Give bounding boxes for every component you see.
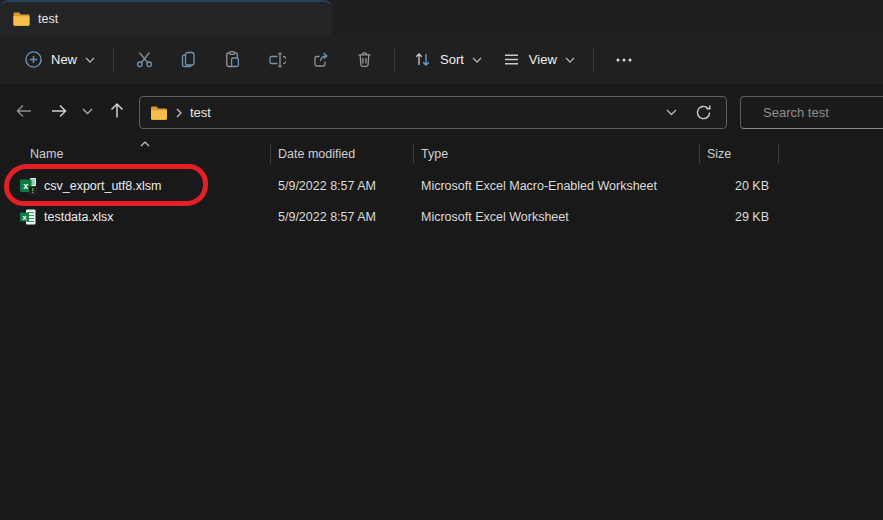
copy-icon: [179, 50, 198, 69]
forward-button[interactable]: [43, 95, 75, 127]
file-date-modified: 5/9/2022 8:57 AM: [278, 179, 376, 193]
plus-circle-icon: [24, 50, 43, 69]
up-button[interactable]: [101, 95, 133, 127]
file-row-csv-export[interactable]: x ! csv_export_utf8.xlsm 5/9/2022 8:57 A…: [0, 170, 883, 201]
view-button[interactable]: View: [492, 42, 585, 78]
column-header-row: Name Date modified Type Size: [0, 140, 883, 168]
explorer-tab[interactable]: test: [0, 0, 332, 35]
copy-button[interactable]: [166, 42, 210, 78]
column-header-name[interactable]: Name: [30, 147, 63, 161]
share-icon: [311, 50, 330, 69]
address-dropdown-chevron-icon[interactable]: [666, 109, 677, 116]
svg-text:x: x: [23, 181, 28, 191]
column-header-size[interactable]: Size: [707, 147, 731, 161]
excel-macro-enabled-workbook-icon: x !: [19, 177, 37, 195]
file-name[interactable]: csv_export_utf8.xlsm: [44, 179, 161, 193]
file-size: 20 KB: [699, 179, 769, 193]
sort-button-label: Sort: [440, 52, 464, 67]
sort-ascending-icon: [140, 141, 150, 147]
ellipsis-icon: [614, 50, 634, 69]
view-button-label: View: [529, 52, 557, 67]
folder-icon: [150, 106, 168, 120]
trash-icon: [355, 50, 374, 69]
column-divider[interactable]: [413, 144, 414, 164]
column-divider[interactable]: [699, 144, 700, 164]
chevron-down-icon: [85, 57, 95, 63]
paste-button[interactable]: [210, 42, 254, 78]
breadcrumb-chevron-icon: [176, 108, 182, 118]
toolbar-divider: [394, 48, 395, 72]
up-arrow-icon: [107, 101, 127, 121]
column-header-date-modified[interactable]: Date modified: [278, 147, 355, 161]
new-button[interactable]: New: [14, 42, 105, 78]
view-icon: [502, 50, 521, 69]
tab-title: test: [38, 12, 58, 26]
sort-button[interactable]: Sort: [403, 42, 492, 78]
column-divider[interactable]: [270, 144, 271, 164]
new-button-label: New: [51, 52, 77, 67]
titlebar: test: [0, 0, 883, 35]
breadcrumb-folder[interactable]: test: [190, 105, 211, 120]
refresh-icon[interactable]: [695, 104, 712, 121]
toolbar-divider: [593, 48, 594, 72]
search-input[interactable]: [763, 105, 883, 120]
navigation-bar: test: [0, 84, 883, 140]
file-date-modified: 5/9/2022 8:57 AM: [278, 210, 376, 224]
column-header-type[interactable]: Type: [421, 147, 448, 161]
chevron-down-icon: [82, 108, 93, 115]
delete-button[interactable]: [342, 42, 386, 78]
paste-icon: [223, 50, 242, 69]
cut-button[interactable]: [122, 42, 166, 78]
command-toolbar: New: [0, 35, 883, 84]
back-button[interactable]: [8, 95, 40, 127]
svg-text:!: !: [31, 185, 33, 194]
chevron-down-icon: [472, 57, 482, 63]
folder-icon: [13, 12, 30, 26]
recent-locations-button[interactable]: [75, 95, 99, 127]
more-options-button[interactable]: [602, 42, 646, 78]
file-row-testdata[interactable]: x testdata.xlsx 5/9/2022 8:57 AM Microso…: [0, 201, 883, 232]
rename-icon: [267, 50, 286, 69]
file-name[interactable]: testdata.xlsx: [44, 210, 113, 224]
file-list: x ! csv_export_utf8.xlsm 5/9/2022 8:57 A…: [0, 170, 883, 232]
svg-text:x: x: [22, 212, 27, 221]
cut-icon: [135, 50, 154, 69]
chevron-down-icon: [565, 57, 575, 63]
search-box[interactable]: [740, 96, 883, 129]
column-divider[interactable]: [778, 144, 779, 164]
excel-workbook-icon: x: [19, 208, 37, 226]
file-size: 29 KB: [699, 210, 769, 224]
forward-arrow-icon: [49, 101, 69, 121]
file-type: Microsoft Excel Worksheet: [421, 210, 569, 224]
sort-icon: [413, 50, 432, 69]
address-bar[interactable]: test: [139, 96, 727, 129]
file-type: Microsoft Excel Macro-Enabled Worksheet: [421, 179, 657, 193]
toolbar-divider: [113, 48, 114, 72]
rename-button[interactable]: [254, 42, 298, 78]
back-arrow-icon: [14, 101, 34, 121]
share-button[interactable]: [298, 42, 342, 78]
